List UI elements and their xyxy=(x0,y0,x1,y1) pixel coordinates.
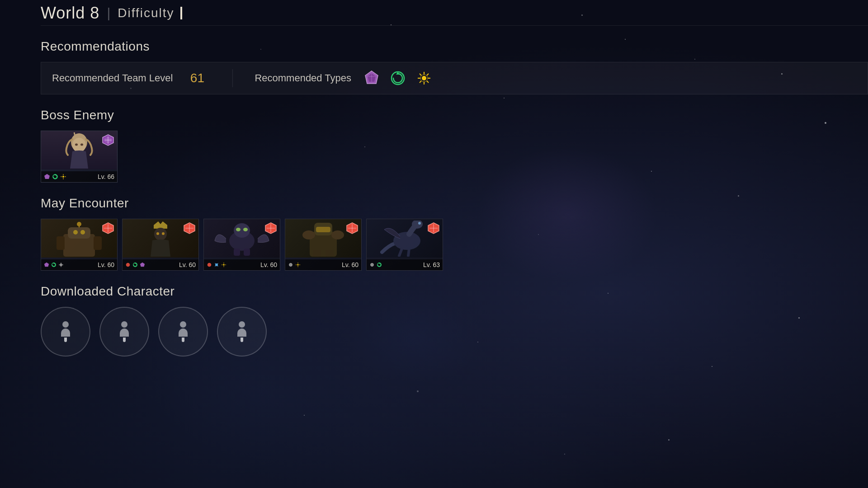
team-level-item: Recommended Team Level 61 xyxy=(52,71,211,85)
svg-point-63 xyxy=(234,223,250,238)
svg-marker-24 xyxy=(44,174,50,179)
downloaded-character-title: Downloaded Character xyxy=(41,284,868,299)
recommendations-title: Recommendations xyxy=(41,39,868,54)
encounter-4-rarity xyxy=(346,222,359,235)
char-slot-4-icon xyxy=(237,321,246,342)
may-encounter-section: May Encounter xyxy=(41,196,868,271)
header-divider: | xyxy=(107,5,110,21)
svg-point-58 xyxy=(126,263,130,267)
encounter-card-4[interactable]: Lv. 60 xyxy=(285,219,362,271)
svg-rect-33 xyxy=(68,227,90,239)
svg-line-11 xyxy=(420,74,421,75)
boss-elem-icons xyxy=(44,174,66,180)
encounter-cards-list: Lv. 60 xyxy=(41,219,868,271)
svg-point-98 xyxy=(418,222,421,225)
svg-point-64 xyxy=(236,228,241,231)
boss-card-footer: Lv. 66 xyxy=(41,171,117,182)
quantum-type-icon xyxy=(362,69,381,88)
world-title: World 8 xyxy=(41,4,99,23)
svg-point-91 xyxy=(297,264,298,265)
svg-line-13 xyxy=(427,74,429,75)
svg-point-52 xyxy=(154,228,167,240)
svg-point-46 xyxy=(60,263,62,266)
svg-rect-67 xyxy=(244,249,250,256)
encounter-2-footer: Lv. 60 xyxy=(123,259,198,270)
char-slot-1-icon xyxy=(61,321,70,342)
team-level-label: Recommended Team Level xyxy=(52,72,173,84)
imaginary-type-icon xyxy=(415,69,434,88)
svg-point-75 xyxy=(223,264,224,265)
svg-point-19 xyxy=(80,143,83,145)
svg-point-18 xyxy=(75,143,78,145)
encounter-3-level: Lv. 60 xyxy=(260,261,277,268)
char-slot-1[interactable] xyxy=(41,307,90,357)
encounter-1-rarity xyxy=(102,222,114,235)
svg-point-54 xyxy=(162,232,165,235)
encounter-4-footer: Lv. 60 xyxy=(285,259,361,270)
svg-point-17 xyxy=(72,138,86,152)
svg-point-71 xyxy=(208,263,212,267)
downloaded-character-section: Downloaded Character xyxy=(41,284,868,357)
svg-marker-51 xyxy=(154,221,167,229)
svg-marker-61 xyxy=(140,263,145,267)
encounter-5-level: Lv. 63 xyxy=(423,261,440,268)
svg-rect-66 xyxy=(234,249,240,256)
encounter-1-level: Lv. 60 xyxy=(98,261,114,268)
svg-rect-82 xyxy=(316,227,330,232)
encounter-3-rarity xyxy=(264,222,277,235)
encounter-card-2[interactable]: Lv. 60 xyxy=(122,219,199,271)
boss-enemy-section: Boss Enemy xyxy=(41,108,868,183)
encounter-5-footer: Lv. 63 xyxy=(367,259,443,270)
encounter-card-3[interactable]: Lv. 60 xyxy=(203,219,280,271)
type-icons xyxy=(362,69,434,88)
encounter-card-1[interactable]: Lv. 60 xyxy=(41,219,118,271)
svg-line-14 xyxy=(420,81,421,83)
wind-type-icon xyxy=(388,69,407,88)
svg-point-90 xyxy=(289,263,292,267)
may-encounter-title: May Encounter xyxy=(41,196,868,211)
encounter-2-level: Lv. 60 xyxy=(179,261,196,268)
char-slot-3[interactable] xyxy=(158,307,208,357)
svg-rect-85 xyxy=(313,250,321,257)
page-content: World 8 | Difficulty Recommendations Rec… xyxy=(0,0,868,357)
svg-point-6 xyxy=(422,76,426,80)
rec-divider xyxy=(232,69,233,87)
difficulty-label: Difficulty xyxy=(118,6,174,20)
encounter-4-level: Lv. 60 xyxy=(342,261,359,268)
svg-rect-36 xyxy=(57,236,65,250)
char-slot-3-icon xyxy=(179,321,188,342)
recommendations-row: Recommended Team Level 61 Recommended Ty… xyxy=(41,62,868,94)
encounter-2-rarity xyxy=(183,222,196,235)
svg-rect-86 xyxy=(326,250,334,257)
char-slot-4[interactable] xyxy=(217,307,267,357)
recommended-types-item: Recommended Types xyxy=(255,69,434,88)
encounter-5-rarity xyxy=(427,222,440,235)
boss-level: Lv. 66 xyxy=(98,173,114,180)
svg-point-27 xyxy=(62,176,64,178)
svg-point-53 xyxy=(156,232,159,235)
recommendations-section: Recommendations Recommended Team Level 6… xyxy=(41,39,868,94)
boss-rarity-badge xyxy=(102,134,114,146)
svg-point-84 xyxy=(331,230,344,239)
encounter-card-5[interactable]: Lv. 63 xyxy=(366,219,443,271)
svg-marker-43 xyxy=(44,263,49,267)
svg-rect-37 xyxy=(94,236,102,250)
svg-line-12 xyxy=(427,81,429,83)
svg-point-65 xyxy=(243,228,248,231)
svg-point-35 xyxy=(80,230,85,235)
char-slot-2[interactable] xyxy=(99,307,149,357)
svg-point-34 xyxy=(73,230,78,235)
difficulty-bar xyxy=(180,7,182,19)
boss-enemy-title: Boss Enemy xyxy=(41,108,868,122)
svg-point-83 xyxy=(302,230,315,239)
character-slots-list xyxy=(41,307,868,357)
svg-point-102 xyxy=(371,263,374,267)
encounter-1-footer: Lv. 60 xyxy=(41,259,117,270)
header: World 8 | Difficulty xyxy=(41,0,868,26)
encounter-3-footer: Lv. 60 xyxy=(204,259,280,270)
char-slot-2-icon xyxy=(120,321,129,342)
svg-point-38 xyxy=(77,222,81,226)
boss-enemy-card[interactable]: Lv. 66 xyxy=(41,131,118,183)
team-level-value: 61 xyxy=(184,71,211,85)
recommended-types-label: Recommended Types xyxy=(255,72,351,84)
